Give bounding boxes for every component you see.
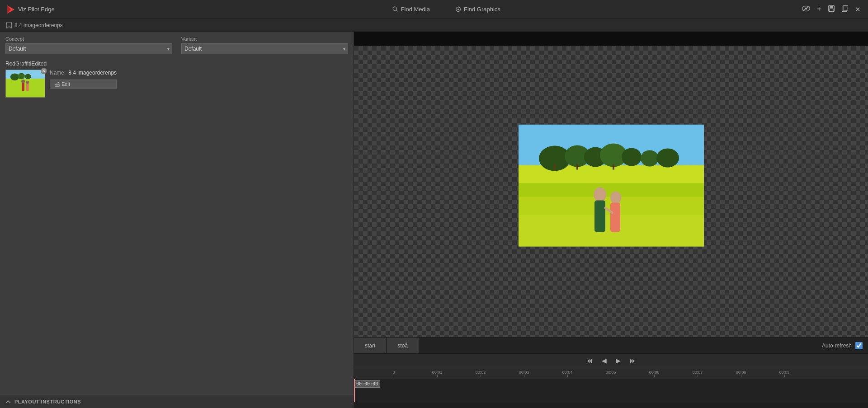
svg-point-2 <box>393 7 396 10</box>
media-close-button[interactable]: ✕ <box>41 68 47 74</box>
edit-button[interactable]: Edit <box>50 80 117 89</box>
ruler-line-7 <box>698 375 698 377</box>
svg-rect-11 <box>830 5 833 8</box>
svg-rect-12 <box>830 9 833 11</box>
ruler-tick-7: 00:07 <box>676 370 719 377</box>
svg-rect-22 <box>22 82 24 91</box>
skip-to-start-button[interactable]: ⏮ <box>585 356 594 365</box>
media-section-label: RedGraffitiEdited <box>5 61 348 67</box>
left-panel-spacer <box>0 101 354 395</box>
right-panel: start stoå Auto-refresh ⏮ ◀ ▶ ⏭ <box>354 32 868 408</box>
svg-rect-44 <box>594 201 605 232</box>
svg-rect-14 <box>843 5 848 10</box>
concept-label: Concept <box>5 36 172 42</box>
close-icon[interactable]: ✕ <box>855 5 861 14</box>
find-graphics-icon <box>455 6 461 12</box>
copy-icon[interactable] <box>841 5 849 14</box>
svg-rect-18 <box>6 79 45 97</box>
svg-rect-37 <box>554 164 556 170</box>
media-thumbnail-inner <box>6 70 45 97</box>
preview-image-svg <box>519 125 704 247</box>
concept-variant-row: Concept Default Variant Default <box>0 32 354 58</box>
svg-rect-46 <box>610 203 620 232</box>
media-name-value: 8.4 imageorderenps <box>68 70 117 76</box>
svg-point-36 <box>656 149 679 168</box>
svg-line-3 <box>396 10 397 12</box>
media-thumbnail-wrapper: ✕ <box>5 70 45 98</box>
find-graphics-button[interactable]: Find Graphics <box>452 4 504 14</box>
ruler-tick-5: 00:05 <box>589 370 632 377</box>
stop-tab[interactable]: stoå <box>387 338 419 353</box>
play-button[interactable]: ▶ <box>614 356 623 365</box>
preview-area <box>354 32 868 337</box>
left-panel: Concept Default Variant Default RedGraff… <box>0 32 354 408</box>
timeline-playhead[interactable] <box>354 379 355 402</box>
variant-label: Variant <box>181 36 348 42</box>
svg-point-45 <box>610 192 621 204</box>
topbar: Viz Pilot Edge Find Media Find Graphics <box>0 0 868 19</box>
svg-point-34 <box>622 148 642 166</box>
add-icon[interactable]: + <box>816 5 821 14</box>
timeline-ruler: 0 00:01 00:02 00:03 00:04 <box>354 367 868 379</box>
ruler-line-0 <box>394 375 394 377</box>
playout-section: PLAYOUT INSTRUCTIONS <box>0 395 354 408</box>
timeline-controls: ⏮ ◀ ▶ ⏭ <box>354 354 868 367</box>
ruler-line-6 <box>654 375 655 377</box>
svg-point-25 <box>26 81 29 84</box>
auto-refresh-checkbox[interactable] <box>855 342 863 349</box>
edit-icon <box>55 82 60 87</box>
concept-select-wrapper[interactable]: Default <box>5 43 172 54</box>
timeline-scrollbar[interactable] <box>354 402 868 408</box>
find-media-label: Find Media <box>401 6 430 13</box>
preview-canvas <box>354 46 868 337</box>
timeline-track[interactable]: 00:00:00 <box>354 379 868 402</box>
ruler-label-3: 00:03 <box>519 370 529 375</box>
ruler-line-8 <box>741 375 741 377</box>
app-title: Viz Pilot Edge <box>18 6 55 13</box>
variant-select-wrapper[interactable]: Default <box>181 43 348 54</box>
find-media-button[interactable]: Find Media <box>389 4 434 14</box>
ruler-tick-6: 00:06 <box>632 370 676 377</box>
ruler-label-2: 00:02 <box>476 370 486 375</box>
ruler-label-6: 00:06 <box>649 370 660 375</box>
ruler-label-8: 00:08 <box>736 370 746 375</box>
subtitle-label: 8.4 imageorderenps <box>14 22 63 28</box>
ruler-line-4 <box>567 375 568 377</box>
svg-marker-27 <box>56 82 59 85</box>
auto-refresh-section: Auto-refresh <box>822 342 868 349</box>
main-layout: Concept Default Variant Default RedGraff… <box>0 32 868 408</box>
save-icon[interactable] <box>828 5 835 14</box>
svg-point-21 <box>25 74 31 80</box>
media-name-row: Name: 8.4 imageorderenps <box>50 70 117 76</box>
ruler-line-9 <box>784 375 785 377</box>
stop-tab-label: stoå <box>397 342 408 349</box>
svg-rect-38 <box>576 164 578 170</box>
app-logo-icon <box>5 5 15 14</box>
ruler-tick-4: 00:04 <box>546 370 589 377</box>
preview-control-bar: start stoå Auto-refresh <box>354 338 868 354</box>
step-back-button[interactable]: ◀ <box>600 356 609 365</box>
skip-to-end-button[interactable]: ⏭ <box>628 356 638 365</box>
media-item: ✕ Name: 8.4 imageorderenps Edit <box>5 70 348 98</box>
bookmark-icon <box>6 22 12 28</box>
auto-refresh-label: Auto-refresh <box>822 342 852 349</box>
concept-select[interactable]: Default <box>5 43 172 54</box>
playout-header[interactable]: PLAYOUT INSTRUCTIONS <box>0 395 354 408</box>
start-tab[interactable]: start <box>354 338 387 353</box>
find-graphics-label: Find Graphics <box>464 6 500 13</box>
playout-header-label: PLAYOUT INSTRUCTIONS <box>14 399 81 404</box>
ruler-line-5 <box>611 375 611 377</box>
media-section: RedGraffitiEdited <box>0 58 354 101</box>
ruler-label-0: 0 <box>392 370 395 375</box>
variant-select[interactable]: Default <box>181 43 348 54</box>
subtitle-bar: 8.4 imageorderenps <box>0 19 868 32</box>
topbar-right: + ✕ <box>802 5 868 14</box>
svg-point-19 <box>10 74 19 81</box>
chevron-up-icon <box>5 400 11 403</box>
eye-icon[interactable] <box>802 5 810 14</box>
ruler-line-2 <box>481 375 481 377</box>
svg-line-9 <box>803 6 810 11</box>
svg-point-20 <box>18 73 25 80</box>
topbar-center: Find Media Find Graphics <box>90 4 802 14</box>
ruler-tick-1: 00:01 <box>415 370 459 377</box>
